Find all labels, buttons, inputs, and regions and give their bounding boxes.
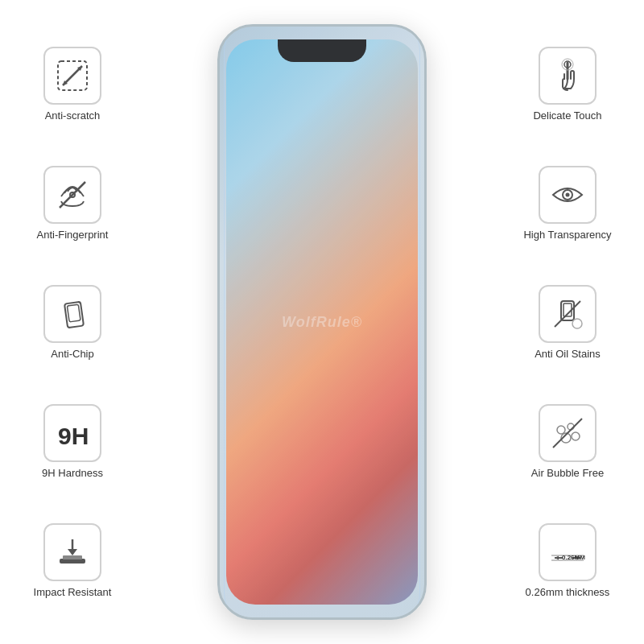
9h-icon: 9H [53,414,92,452]
9h-hardness-icon-box: 9H [43,404,101,462]
delicate-touch-label: Delicate Touch [533,109,601,122]
impact-icon [53,533,92,572]
phone-body: WolfRule® [217,24,427,620]
svg-point-19 [572,319,582,328]
features-right-panel: Delicate Touch High Transparency [499,0,636,644]
svg-marker-12 [68,549,77,555]
air-bubble-free-icon-box [539,404,597,462]
svg-rect-7 [67,304,80,322]
svg-line-20 [555,301,580,327]
high-transparency-icon-box [539,166,597,224]
phone-device: WolfRule® [217,24,427,620]
air-bubble-free-label: Air Bubble Free [531,467,604,479]
thickness-icon: 0.26MM [548,533,587,572]
fingerprint-icon [53,175,92,214]
anti-fingerprint-label: Anti-Fingerprint [37,229,109,241]
high-transparency-label: High Transparency [523,229,611,241]
screen-protector-overlay [224,24,420,620]
anti-oil-icon [548,295,587,333]
9h-hardness-label: 9H Hardness [42,467,103,479]
svg-text:0.26MM: 0.26MM [562,554,585,561]
anti-fingerprint-icon-box [43,166,101,224]
main-container: Anti-scratch Anti-Fingerprint [0,0,644,644]
anti-scratch-icon-box [43,47,101,105]
eye-icon [548,175,587,214]
delicate-touch-icon-box [539,47,597,105]
feature-anti-fingerprint: Anti-Fingerprint [8,166,137,241]
feature-anti-oil: Anti Oil Stains [499,285,636,360]
svg-text:9H: 9H [58,423,89,449]
feature-thickness: 0.26MM 0.26mm thickness [499,523,636,598]
impact-resistant-icon-box [43,523,101,581]
svg-point-16 [566,192,570,196]
scratch-icon [53,56,92,95]
thickness-icon-box: 0.26MM [539,523,597,581]
anti-scratch-label: Anti-scratch [45,109,101,122]
impact-resistant-label: Impact Resistant [34,586,112,598]
chip-icon [53,295,92,333]
anti-chip-label: Anti-Chip [51,348,93,360]
touch-icon [548,56,587,95]
feature-anti-scratch: Anti-scratch [8,47,137,122]
svg-point-24 [572,432,580,440]
feature-anti-chip: Anti-Chip [8,285,137,360]
anti-oil-icon-box [539,285,597,343]
svg-rect-10 [63,555,82,559]
anti-chip-icon-box [43,285,101,343]
feature-high-transparency: High Transparency [499,166,636,241]
svg-point-21 [557,426,565,434]
anti-oil-label: Anti Oil Stains [535,348,601,360]
feature-delicate-touch: Delicate Touch [499,47,636,122]
bubble-icon [548,414,587,452]
svg-marker-29 [555,555,559,559]
feature-impact-resistant: Impact Resistant [8,523,137,598]
feature-9h-hardness: 9H 9H Hardness [8,404,137,479]
features-left-panel: Anti-scratch Anti-Fingerprint [8,0,137,644]
feature-air-bubble-free: Air Bubble Free [499,404,636,479]
thickness-label: 0.26mm thickness [526,586,610,598]
